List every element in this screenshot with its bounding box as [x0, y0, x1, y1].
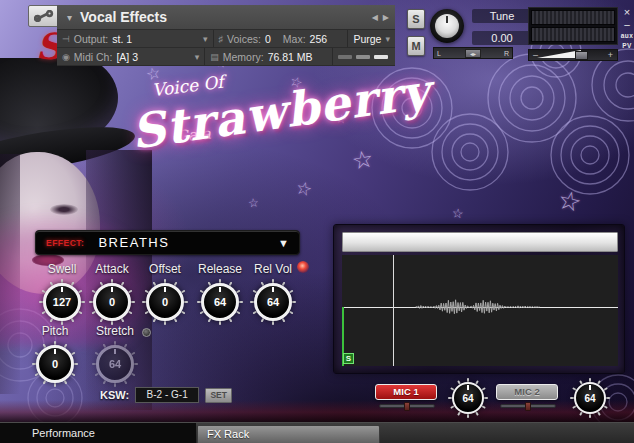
swell-label: Swell [34, 262, 90, 276]
level-meter-left [531, 10, 615, 25]
voices-label: Voices: [227, 33, 261, 45]
stretch-value: 64 [96, 345, 134, 383]
instrument-title: Vocal Effects [80, 9, 367, 25]
offset-value: 0 [146, 283, 184, 321]
swell-value: 127 [43, 283, 81, 321]
mic2-button[interactable]: MIC 2 [496, 384, 558, 400]
midi-channel-select[interactable]: ◉ Midi Ch: [A] 3 ▾ [57, 48, 205, 65]
wrench-icon [34, 10, 54, 22]
midi-label: Midi Ch: [74, 51, 113, 63]
ksw-range-field[interactable]: B-2 - G-1 [135, 387, 199, 403]
mic1-button[interactable]: MIC 1 [375, 384, 437, 400]
purge-status [333, 48, 395, 65]
next-instrument-icon[interactable]: ▶ [383, 13, 389, 22]
effect-value: BREATHS [98, 235, 278, 250]
stretch-toggle[interactable] [142, 328, 151, 337]
tune-knob[interactable] [430, 9, 464, 43]
title-bar: ▾ Vocal Effects ◀ ▶ [57, 5, 395, 30]
memory-info: ▤ Memory: 76.81 MB [205, 48, 333, 65]
top-hat-art [0, 58, 123, 160]
pv-button[interactable]: PV [620, 42, 634, 49]
purge-label: Purge [353, 33, 381, 45]
midi-icon: ◉ [62, 52, 70, 62]
release-knob[interactable]: 64 [197, 279, 243, 325]
voices-value: 0 [265, 33, 271, 45]
waveform-scrollbar[interactable] [342, 232, 618, 252]
stretch-label: Stretch [87, 324, 143, 338]
output-icon: ⊣ [62, 34, 70, 44]
volume-handle[interactable] [575, 51, 588, 60]
level-meters [528, 7, 618, 45]
triangle-down-icon: ▼ [278, 237, 289, 249]
mic2-slider-handle[interactable] [525, 402, 531, 411]
logo-gaia: Gaia [175, 125, 211, 146]
pan-right-label: R [504, 50, 509, 57]
ksw-label: KSW: [100, 389, 129, 401]
start-marker-badge[interactable]: S [343, 353, 354, 364]
chevron-down-icon: ▾ [195, 52, 200, 62]
mic1-slider[interactable] [379, 404, 435, 408]
attack-knob[interactable]: 0 [89, 279, 135, 325]
release-label: Release [192, 262, 248, 276]
rel-vol-knob-group: Rel Vol 64 [245, 262, 301, 325]
rel-vol-value: 64 [254, 283, 292, 321]
attack-knob-group: Attack 0 [84, 262, 140, 325]
chevron-down-icon[interactable]: ▾ [67, 12, 72, 23]
tune-value: 0.00 [472, 31, 532, 45]
header-row-2: ◉ Midi Ch: [A] 3 ▾ ▤ Memory: 76.81 MB [57, 48, 395, 66]
rel-vol-knob[interactable]: 64 [250, 279, 296, 325]
mic2-slider[interactable] [500, 404, 556, 408]
waveform-panel: S [333, 224, 625, 374]
memory-icon: ▤ [210, 52, 219, 62]
offset-label: Offset [137, 262, 193, 276]
tune-label: Tune [472, 9, 532, 23]
minimize-icon[interactable]: – [620, 21, 634, 29]
ksw-set-button[interactable]: SET [205, 388, 232, 403]
logo-strawberry: Strawberry [128, 63, 434, 159]
pitch-knob-group: Pitch 0 [27, 324, 83, 387]
offset-knob-group: Offset 0 [137, 262, 193, 325]
mic2-volume-knob[interactable]: 64 [570, 378, 610, 418]
release-value: 64 [201, 283, 239, 321]
hair-art [0, 154, 20, 394]
memory-label: Memory: [223, 51, 264, 63]
memory-value: 76.81 MB [268, 51, 313, 63]
output-select[interactable]: ⊣ Output: st. 1 ▾ [57, 30, 214, 47]
waveform-display[interactable]: S [342, 255, 618, 366]
release-knob-group: Release 64 [192, 262, 248, 325]
star-icon: ☆ [247, 195, 259, 210]
close-icon[interactable]: × [620, 7, 634, 18]
mic2-volume-value: 64 [574, 382, 606, 414]
rel-vol-label: Rel Vol [245, 262, 301, 276]
stretch-knob[interactable]: 64 [92, 341, 138, 387]
star-icon: ☆ [294, 176, 315, 201]
mic1-volume-value: 64 [452, 382, 484, 414]
prev-instrument-icon[interactable]: ◀ [372, 13, 378, 22]
logo-voice-of: Voice Of [151, 72, 225, 101]
tab-performance[interactable]: Performance [0, 423, 196, 443]
purge-menu[interactable]: Purge ▾ [348, 30, 395, 47]
voices-info: ♯ Voices: 0 Max: 256 [214, 30, 349, 47]
effect-dropdown[interactable]: EFFECT: BREATHS ▼ [35, 230, 300, 255]
pitch-knob[interactable]: 0 [32, 341, 78, 387]
chevron-down-icon: ▾ [203, 34, 208, 44]
eye-art [50, 204, 78, 215]
waveform-squiggle [342, 255, 618, 366]
tab-fx-rack[interactable]: FX Rack [197, 425, 380, 443]
solo-button[interactable]: S [407, 9, 425, 29]
offset-knob[interactable]: 0 [142, 279, 188, 325]
swell-knob-group: Swell 127 [34, 262, 90, 325]
mic2-knob-group: 64 [562, 378, 618, 418]
pan-handle[interactable]: ◂▸ [465, 49, 481, 58]
mute-button[interactable]: M [407, 36, 425, 56]
volume-slider[interactable]: – + [528, 49, 618, 61]
purge-bar [356, 55, 370, 59]
mic1-volume-knob[interactable]: 64 [448, 378, 488, 418]
mic1-slider-handle[interactable] [404, 402, 410, 411]
swell-knob[interactable]: 127 [39, 279, 85, 325]
aux-button[interactable]: aux [620, 32, 634, 39]
pan-slider[interactable]: L ◂▸ R [433, 47, 513, 59]
keyswitch-row: KSW: B-2 - G-1 SET [100, 387, 232, 403]
attack-label: Attack [84, 262, 140, 276]
effect-label: EFFECT: [46, 238, 84, 248]
